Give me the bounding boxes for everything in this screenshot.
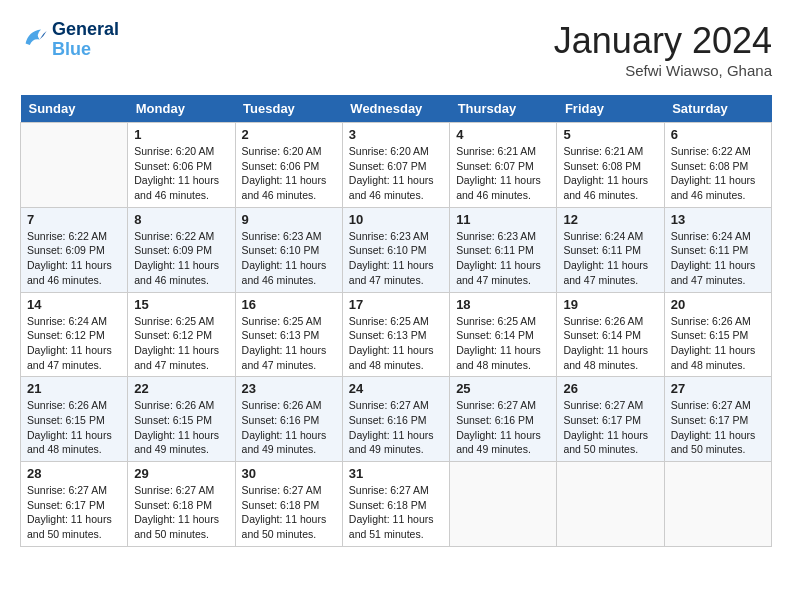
- cell-info: Sunrise: 6:23 AM Sunset: 6:10 PM Dayligh…: [349, 229, 443, 288]
- calendar-cell: 22Sunrise: 6:26 AM Sunset: 6:15 PM Dayli…: [128, 377, 235, 462]
- cell-info: Sunrise: 6:26 AM Sunset: 6:15 PM Dayligh…: [671, 314, 765, 373]
- cell-info: Sunrise: 6:25 AM Sunset: 6:13 PM Dayligh…: [349, 314, 443, 373]
- date-number: 22: [134, 381, 228, 396]
- date-number: 28: [27, 466, 121, 481]
- calendar-cell: 3Sunrise: 6:20 AM Sunset: 6:07 PM Daylig…: [342, 123, 449, 208]
- day-header-monday: Monday: [128, 95, 235, 123]
- page-header: General Blue January 2024 Sefwi Wiawso, …: [20, 20, 772, 79]
- date-number: 31: [349, 466, 443, 481]
- cell-info: Sunrise: 6:22 AM Sunset: 6:09 PM Dayligh…: [134, 229, 228, 288]
- date-number: 9: [242, 212, 336, 227]
- date-number: 18: [456, 297, 550, 312]
- calendar-cell: 30Sunrise: 6:27 AM Sunset: 6:18 PM Dayli…: [235, 462, 342, 547]
- calendar-week-1: 1Sunrise: 6:20 AM Sunset: 6:06 PM Daylig…: [21, 123, 772, 208]
- date-number: 5: [563, 127, 657, 142]
- cell-info: Sunrise: 6:25 AM Sunset: 6:14 PM Dayligh…: [456, 314, 550, 373]
- day-header-saturday: Saturday: [664, 95, 771, 123]
- calendar-cell: 13Sunrise: 6:24 AM Sunset: 6:11 PM Dayli…: [664, 207, 771, 292]
- date-number: 26: [563, 381, 657, 396]
- day-header-friday: Friday: [557, 95, 664, 123]
- cell-info: Sunrise: 6:25 AM Sunset: 6:12 PM Dayligh…: [134, 314, 228, 373]
- cell-info: Sunrise: 6:27 AM Sunset: 6:17 PM Dayligh…: [27, 483, 121, 542]
- date-number: 11: [456, 212, 550, 227]
- date-number: 2: [242, 127, 336, 142]
- date-number: 1: [134, 127, 228, 142]
- cell-info: Sunrise: 6:23 AM Sunset: 6:10 PM Dayligh…: [242, 229, 336, 288]
- calendar-cell: [664, 462, 771, 547]
- date-number: 12: [563, 212, 657, 227]
- date-number: 6: [671, 127, 765, 142]
- calendar-cell: 4Sunrise: 6:21 AM Sunset: 6:07 PM Daylig…: [450, 123, 557, 208]
- cell-info: Sunrise: 6:24 AM Sunset: 6:11 PM Dayligh…: [563, 229, 657, 288]
- calendar-cell: 19Sunrise: 6:26 AM Sunset: 6:14 PM Dayli…: [557, 292, 664, 377]
- calendar-table: SundayMondayTuesdayWednesdayThursdayFrid…: [20, 95, 772, 547]
- cell-info: Sunrise: 6:21 AM Sunset: 6:08 PM Dayligh…: [563, 144, 657, 203]
- calendar-cell: 28Sunrise: 6:27 AM Sunset: 6:17 PM Dayli…: [21, 462, 128, 547]
- title-block: January 2024 Sefwi Wiawso, Ghana: [554, 20, 772, 79]
- date-number: 16: [242, 297, 336, 312]
- calendar-cell: 5Sunrise: 6:21 AM Sunset: 6:08 PM Daylig…: [557, 123, 664, 208]
- logo-bird-icon: [20, 24, 48, 52]
- calendar-week-4: 21Sunrise: 6:26 AM Sunset: 6:15 PM Dayli…: [21, 377, 772, 462]
- date-number: 15: [134, 297, 228, 312]
- date-number: 29: [134, 466, 228, 481]
- calendar-cell: 18Sunrise: 6:25 AM Sunset: 6:14 PM Dayli…: [450, 292, 557, 377]
- cell-info: Sunrise: 6:24 AM Sunset: 6:12 PM Dayligh…: [27, 314, 121, 373]
- calendar-cell: 27Sunrise: 6:27 AM Sunset: 6:17 PM Dayli…: [664, 377, 771, 462]
- calendar-cell: 15Sunrise: 6:25 AM Sunset: 6:12 PM Dayli…: [128, 292, 235, 377]
- location: Sefwi Wiawso, Ghana: [554, 62, 772, 79]
- cell-info: Sunrise: 6:27 AM Sunset: 6:18 PM Dayligh…: [349, 483, 443, 542]
- month-title: January 2024: [554, 20, 772, 62]
- cell-info: Sunrise: 6:20 AM Sunset: 6:06 PM Dayligh…: [242, 144, 336, 203]
- date-number: 17: [349, 297, 443, 312]
- calendar-cell: 25Sunrise: 6:27 AM Sunset: 6:16 PM Dayli…: [450, 377, 557, 462]
- date-number: 25: [456, 381, 550, 396]
- day-header-tuesday: Tuesday: [235, 95, 342, 123]
- logo-text: General Blue: [52, 20, 119, 60]
- date-number: 24: [349, 381, 443, 396]
- cell-info: Sunrise: 6:20 AM Sunset: 6:06 PM Dayligh…: [134, 144, 228, 203]
- calendar-cell: 2Sunrise: 6:20 AM Sunset: 6:06 PM Daylig…: [235, 123, 342, 208]
- calendar-cell: 7Sunrise: 6:22 AM Sunset: 6:09 PM Daylig…: [21, 207, 128, 292]
- cell-info: Sunrise: 6:27 AM Sunset: 6:18 PM Dayligh…: [242, 483, 336, 542]
- date-number: 13: [671, 212, 765, 227]
- calendar-cell: 9Sunrise: 6:23 AM Sunset: 6:10 PM Daylig…: [235, 207, 342, 292]
- calendar-cell: 21Sunrise: 6:26 AM Sunset: 6:15 PM Dayli…: [21, 377, 128, 462]
- cell-info: Sunrise: 6:22 AM Sunset: 6:08 PM Dayligh…: [671, 144, 765, 203]
- calendar-cell: 29Sunrise: 6:27 AM Sunset: 6:18 PM Dayli…: [128, 462, 235, 547]
- calendar-cell: 8Sunrise: 6:22 AM Sunset: 6:09 PM Daylig…: [128, 207, 235, 292]
- date-number: 10: [349, 212, 443, 227]
- date-number: 8: [134, 212, 228, 227]
- calendar-cell: 23Sunrise: 6:26 AM Sunset: 6:16 PM Dayli…: [235, 377, 342, 462]
- calendar-cell: 14Sunrise: 6:24 AM Sunset: 6:12 PM Dayli…: [21, 292, 128, 377]
- calendar-cell: [557, 462, 664, 547]
- calendar-cell: [21, 123, 128, 208]
- date-number: 27: [671, 381, 765, 396]
- calendar-week-2: 7Sunrise: 6:22 AM Sunset: 6:09 PM Daylig…: [21, 207, 772, 292]
- logo: General Blue: [20, 20, 119, 60]
- date-number: 21: [27, 381, 121, 396]
- calendar-cell: 12Sunrise: 6:24 AM Sunset: 6:11 PM Dayli…: [557, 207, 664, 292]
- calendar-cell: 6Sunrise: 6:22 AM Sunset: 6:08 PM Daylig…: [664, 123, 771, 208]
- cell-info: Sunrise: 6:22 AM Sunset: 6:09 PM Dayligh…: [27, 229, 121, 288]
- date-number: 30: [242, 466, 336, 481]
- calendar-cell: 26Sunrise: 6:27 AM Sunset: 6:17 PM Dayli…: [557, 377, 664, 462]
- cell-info: Sunrise: 6:25 AM Sunset: 6:13 PM Dayligh…: [242, 314, 336, 373]
- calendar-cell: 31Sunrise: 6:27 AM Sunset: 6:18 PM Dayli…: [342, 462, 449, 547]
- calendar-cell: 1Sunrise: 6:20 AM Sunset: 6:06 PM Daylig…: [128, 123, 235, 208]
- date-number: 7: [27, 212, 121, 227]
- date-number: 3: [349, 127, 443, 142]
- cell-info: Sunrise: 6:24 AM Sunset: 6:11 PM Dayligh…: [671, 229, 765, 288]
- calendar-week-5: 28Sunrise: 6:27 AM Sunset: 6:17 PM Dayli…: [21, 462, 772, 547]
- date-number: 20: [671, 297, 765, 312]
- cell-info: Sunrise: 6:23 AM Sunset: 6:11 PM Dayligh…: [456, 229, 550, 288]
- cell-info: Sunrise: 6:26 AM Sunset: 6:15 PM Dayligh…: [134, 398, 228, 457]
- calendar-cell: 11Sunrise: 6:23 AM Sunset: 6:11 PM Dayli…: [450, 207, 557, 292]
- date-number: 14: [27, 297, 121, 312]
- cell-info: Sunrise: 6:27 AM Sunset: 6:17 PM Dayligh…: [563, 398, 657, 457]
- calendar-cell: 24Sunrise: 6:27 AM Sunset: 6:16 PM Dayli…: [342, 377, 449, 462]
- date-number: 19: [563, 297, 657, 312]
- day-header-thursday: Thursday: [450, 95, 557, 123]
- calendar-header-row: SundayMondayTuesdayWednesdayThursdayFrid…: [21, 95, 772, 123]
- calendar-cell: 16Sunrise: 6:25 AM Sunset: 6:13 PM Dayli…: [235, 292, 342, 377]
